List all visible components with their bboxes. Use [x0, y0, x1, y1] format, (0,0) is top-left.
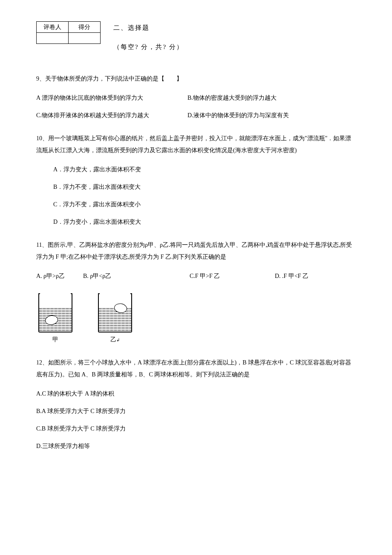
question-10-option-c: C．浮力不变，露出水面体积变小: [36, 200, 356, 209]
question-9-stem: 9、关于物体所受的浮力，下列说法中正确的是【 】: [36, 73, 356, 85]
question-11-option-a: A. ρ甲>ρ乙: [36, 272, 83, 280]
question-11-options-row: A. ρ甲>ρ乙 B. ρ甲<ρ乙 C.F 甲>F 乙 D. .F 甲<F 乙: [36, 272, 356, 280]
question-11-stem: 11、图所示,甲、乙两杯盐水的密度分别为ρ甲、ρ乙.将同一只鸡蛋先后放入甲、乙两…: [36, 239, 356, 263]
question-10-option-d: D．浮力变小，露出水面体积变大: [36, 217, 356, 226]
beaker-jia: 甲: [36, 293, 75, 344]
question-12-option-b: B.A 球所受浮力大于 C 球所受浮力: [36, 407, 356, 416]
beaker-yi-label: 乙↲: [96, 335, 134, 344]
beaker-yi: 乙↲: [96, 293, 134, 344]
section-title-block: 二、选择题 （每空? 分，共? 分）: [113, 21, 184, 52]
question-9-option-d: D.液体中的物体受到的浮力与深度有关: [187, 111, 356, 120]
section-header: 评卷人 得分 二、选择题 （每空? 分，共? 分）: [36, 21, 356, 52]
question-12-option-a: A.C 球的体积大于 A 球的体积: [36, 389, 356, 398]
question-12-option-c: C.B 球所受浮力大于 C 球所受浮力: [36, 424, 356, 433]
question-9-options-row-2: C.物体排开液体的体积越大受到的浮力越大 D.液体中的物体受到的浮力与深度有关: [36, 111, 356, 120]
grader-score-table: 评卷人 得分: [36, 21, 101, 44]
question-10-stem: 10、用一个玻璃瓶装上写有你心愿的纸片，然后盖上盖子并密封，投入江中，就能漂浮在…: [36, 133, 356, 156]
question-12-stem: 12、如图所示，将三个小球放入水中，A 球漂浮在水面上(部分露在水面以上)，B …: [36, 357, 356, 381]
question-11: 11、图所示,甲、乙两杯盐水的密度分别为ρ甲、ρ乙.将同一只鸡蛋先后放入甲、乙两…: [36, 239, 356, 344]
question-9-option-a: A 漂浮的物体比沉底的物体受到的浮力大: [36, 93, 187, 102]
question-12-option-d: D.三球所受浮力相等: [36, 442, 356, 451]
score-header-cell: 得分: [69, 22, 101, 33]
question-10-option-a: A．浮力变大，露出水面体积不变: [36, 165, 356, 174]
section-subtitle: （每空? 分，共? 分）: [113, 42, 184, 52]
question-11-figure: 甲 乙↲: [36, 293, 356, 344]
question-9: 9、关于物体所受的浮力，下列说法中正确的是【 】 A 漂浮的物体比沉底的物体受到…: [36, 73, 356, 120]
grader-header-cell: 评卷人: [37, 22, 69, 33]
question-9-option-c: C.物体排开液体的体积越大受到的浮力越大: [36, 111, 187, 120]
score-value-cell: [69, 33, 101, 44]
question-10-option-b: B．浮力不变，露出水面体积变大: [36, 182, 356, 191]
question-11-option-c: C.F 甲>F 乙: [190, 272, 275, 280]
beaker-jia-label: 甲: [36, 335, 75, 344]
question-11-option-d: D. .F 甲<F 乙: [275, 272, 356, 280]
question-12: 12、如图所示，将三个小球放入水中，A 球漂浮在水面上(部分露在水面以上)，B …: [36, 357, 356, 451]
question-9-option-b: B.物体的密度越大受到的浮力越大: [187, 93, 356, 102]
question-11-option-b: B. ρ甲<ρ乙: [83, 272, 190, 280]
question-9-options-row-1: A 漂浮的物体比沉底的物体受到的浮力大 B.物体的密度越大受到的浮力越大: [36, 93, 356, 102]
section-title: 二、选择题: [113, 23, 184, 33]
question-10: 10、用一个玻璃瓶装上写有你心愿的纸片，然后盖上盖子并密封，投入江中，就能漂浮在…: [36, 133, 356, 226]
grader-value-cell: [37, 33, 69, 44]
